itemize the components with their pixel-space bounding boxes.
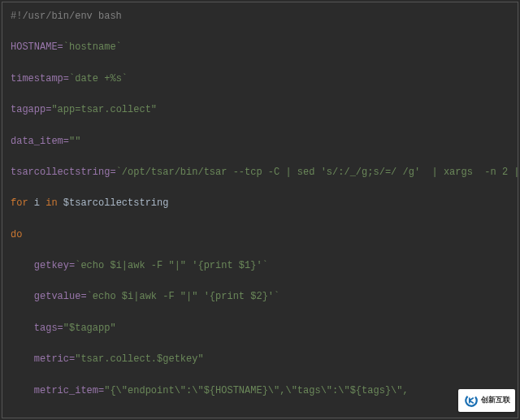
var-timestamp: timestamp= [11, 73, 69, 84]
var-tsarcollectstring: tsarcollectstring= [11, 167, 116, 178]
svg-point-0 [464, 393, 479, 408]
cmd-getkey: `echo $i|awk -F "|" '{print $1}'` [75, 260, 268, 271]
kw-do: do [11, 229, 22, 240]
var-metric-item: metric_item= [11, 385, 104, 396]
cmd-getvalue: `echo $i|awk -F "|" '{print $2}'` [87, 291, 280, 302]
loop-list: $tsarcollectstring [58, 197, 169, 209]
var-tags: tags= [11, 323, 63, 334]
var-tagapp: tagapp= [11, 104, 51, 115]
code-block: #!/usr/bin/env bash HOSTNAME=`hostname` … [11, 9, 509, 420]
var-metric: metric= [11, 353, 75, 365]
code-editor: #!/usr/bin/env bash HOSTNAME=`hostname` … [2, 2, 518, 418]
var-getkey: getkey= [11, 260, 75, 271]
cmd-hostname: `hostname` [63, 41, 122, 53]
var-getvalue: getvalue= [11, 291, 87, 302]
cmd-tsar: `/opt/tsar/bin/tsar --tcp -C | sed 's/:/… [116, 167, 520, 178]
watermark-logo-icon [464, 393, 479, 408]
cmd-date: `date +%s` [69, 73, 128, 84]
var-hostname: HOSTNAME= [11, 41, 63, 53]
str-metric: "tsar.collect.$getkey" [75, 353, 203, 365]
str-json-1: "{\"endpoint\":\"${HOSTNAME}\",\"tags\":… [104, 385, 408, 396]
kw-in: in [46, 197, 57, 209]
watermark-badge: 创新互联 [458, 389, 515, 412]
shebang-line: #!/usr/bin/env bash [11, 11, 122, 22]
str-tags: "$tagapp" [63, 323, 116, 334]
var-data-item: data_item= [11, 136, 69, 147]
kw-for: for [11, 197, 28, 209]
str-empty: "" [69, 136, 80, 147]
loop-var: i [28, 197, 46, 209]
str-tagapp: "app=tsar.collect" [51, 104, 157, 115]
watermark-label: 创新互联 [481, 396, 510, 405]
